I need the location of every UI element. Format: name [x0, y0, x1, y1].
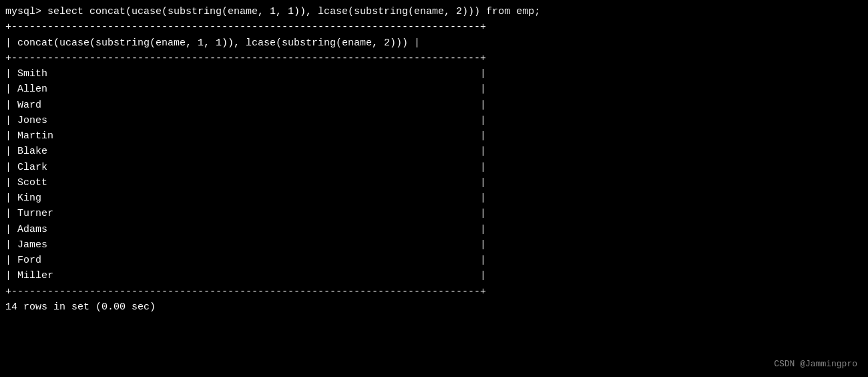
table-row: | Blake | — [5, 144, 863, 159]
table-row: | Jones | — [5, 113, 863, 128]
table-row: | Miller | — [5, 268, 863, 283]
table-row: | James | — [5, 237, 863, 253]
table-row: | Ward | — [5, 98, 863, 113]
column-header: | concat(ucase(substring(ename, 1, 1)), … — [5, 35, 863, 51]
table-row: | Scott | — [5, 175, 863, 191]
table-row: | Smith | — [5, 66, 863, 82]
query-line: mysql> select concat(ucase(substring(ena… — [5, 4, 863, 19]
prompt-label: mysql> — [5, 6, 47, 17]
footer-text: 14 rows in set (0.00 sec) — [5, 299, 863, 315]
separator-top: +---------------------------------------… — [5, 19, 863, 35]
data-rows: | Smith || Allen || Ward — [5, 66, 863, 284]
separator-mid: +---------------------------------------… — [5, 51, 863, 66]
terminal: mysql> select concat(ucase(substring(ena… — [5, 4, 863, 373]
query-text: select concat(ucase(substring(ename, 1, … — [47, 6, 540, 17]
table-row: | Martin | — [5, 128, 863, 144]
separator-bottom: +---------------------------------------… — [5, 284, 863, 299]
table-row: | King | — [5, 191, 863, 206]
table-row: | Ford | — [5, 253, 863, 268]
watermark: CSDN @Jammingpro — [774, 359, 857, 369]
table-row: | Allen | — [5, 82, 863, 97]
table-row: | Adams | — [5, 222, 863, 237]
table-row: | Clark | — [5, 160, 863, 175]
table-row: | Turner | — [5, 206, 863, 221]
